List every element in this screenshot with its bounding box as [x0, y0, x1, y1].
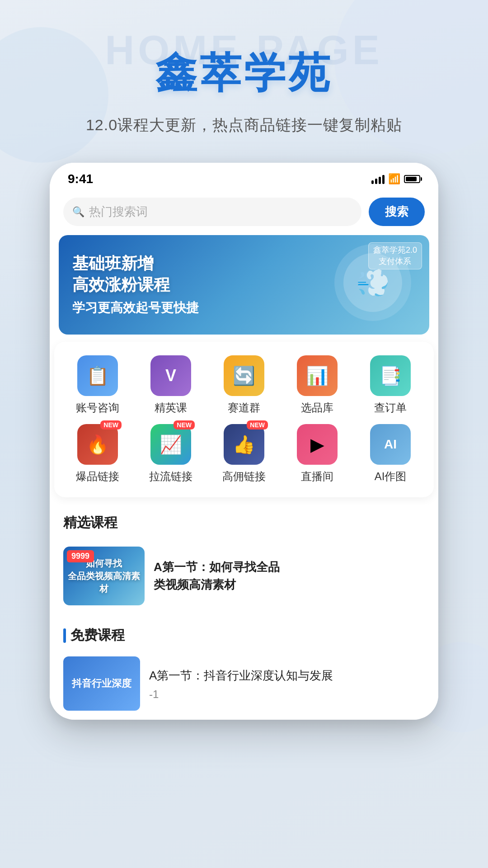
- course-info-0: A第一节：如何寻找全品类视频高清素材: [154, 558, 425, 594]
- phone-mockup-wrapper: 9:41 📶 🔍 热门搜索词 搜: [50, 163, 438, 720]
- search-button[interactable]: 搜索: [369, 198, 425, 226]
- menu-item-order[interactable]: 📑 查订单: [356, 355, 425, 415]
- menu-icon-race: 🔄: [224, 355, 264, 396]
- menu-label-hot: 爆品链接: [76, 469, 119, 484]
- menu-item-account[interactable]: 📋 账号咨询: [63, 355, 132, 415]
- menu-icon-select: 📊: [297, 355, 338, 396]
- free-course-thumb-0: 抖音行业深度: [63, 656, 140, 711]
- free-title-accent: [63, 628, 66, 643]
- menu-icon-high: 👍 NEW: [224, 424, 264, 465]
- menu-item-hot[interactable]: 🔥 NEW 爆品链接: [63, 424, 132, 484]
- banner-subtitle: 学习更高效起号更快捷: [72, 299, 334, 316]
- menu-icon-elite: V: [150, 355, 191, 396]
- menu-icon-live: ▶: [297, 424, 338, 465]
- menu-label-elite: 精英课: [155, 401, 187, 415]
- menu-icon-account: 📋: [77, 355, 118, 396]
- search-placeholder-text: 热门搜索词: [89, 204, 352, 220]
- banner-content: 基础班新增 高效涨粉课程 学习更高效起号更快捷: [72, 253, 334, 316]
- menu-grid: 📋 账号咨询 V 精英课 🔄 赛道群: [63, 355, 425, 484]
- free-thumb-text-0: 抖音行业深度: [68, 673, 135, 694]
- menu-item-live[interactable]: ▶ 直播间: [283, 424, 352, 484]
- banner-title-line1: 基础班新增: [72, 253, 334, 274]
- menu-label-high: 高佣链接: [222, 469, 266, 484]
- hero-subtitle: 12.0课程大更新，热点商品链接一键复制粘贴: [0, 115, 488, 136]
- search-bar-container: 🔍 热门搜索词 搜索: [50, 191, 438, 235]
- new-badge-high: NEW: [247, 420, 268, 429]
- status-bar: 9:41 📶: [50, 163, 438, 191]
- menu-label-ai: AI作图: [375, 469, 407, 484]
- menu-label-live: 直播间: [301, 469, 333, 484]
- menu-card: 📋 账号咨询 V 精英课 🔄 赛道群: [54, 342, 434, 497]
- banner-3d-icon: 💨: [356, 267, 390, 299]
- courses-section-header: 精选课程: [50, 505, 438, 539]
- banner[interactable]: 基础班新增 高效涨粉课程 学习更高效起号更快捷 鑫萃学苑2.0 支付体系 💨: [59, 235, 429, 335]
- free-course-info-0: A第一节：抖音行业深度认知与发展 -1: [149, 667, 425, 701]
- hero-section: HOME PAGE 鑫萃学苑 12.0课程大更新，热点商品链接一键复制粘贴: [0, 0, 488, 136]
- course-title-0: A第一节：如何寻找全品类视频高清素材: [154, 558, 425, 594]
- menu-label-account: 账号咨询: [76, 401, 119, 415]
- status-icons: 📶: [371, 173, 420, 185]
- menu-icon-order: 📑: [370, 355, 411, 396]
- menu-item-elite[interactable]: V 精英课: [136, 355, 205, 415]
- free-section: 免费课程 抖音行业深度 A第一节：抖音行业深度认知与发展 -1: [50, 617, 438, 720]
- free-section-title: 免费课程: [70, 626, 125, 645]
- battery-icon: [404, 175, 420, 183]
- wifi-icon: 📶: [388, 173, 400, 185]
- phone-mockup: 9:41 📶 🔍 热门搜索词 搜: [50, 163, 438, 720]
- banner-graphic: 💨: [334, 244, 416, 326]
- course-badge-0: 9999: [67, 550, 94, 562]
- menu-label-select: 选品库: [301, 401, 333, 415]
- menu-label-order: 查订单: [374, 401, 407, 415]
- search-icon: 🔍: [72, 206, 84, 218]
- signal-icon: [371, 174, 385, 184]
- menu-item-race[interactable]: 🔄 赛道群: [210, 355, 278, 415]
- menu-item-high[interactable]: 👍 NEW 高佣链接: [210, 424, 278, 484]
- free-course-sub-0: -1: [149, 688, 425, 701]
- banner-title-line2: 高效涨粉课程: [72, 274, 334, 296]
- new-badge-pull: NEW: [174, 420, 195, 429]
- menu-item-select[interactable]: 📊 选品库: [283, 355, 352, 415]
- status-time: 9:41: [68, 172, 93, 186]
- free-title-bar: 免费课程: [63, 626, 425, 645]
- new-badge-hot: NEW: [100, 420, 122, 429]
- menu-item-ai[interactable]: AI AI作图: [356, 424, 425, 484]
- menu-label-race: 赛道群: [228, 401, 260, 415]
- course-item-0[interactable]: 9999 如何寻找全品类视频高清素材 A第一节：如何寻找全品类视频高清素材: [50, 539, 438, 613]
- menu-icon-hot: 🔥 NEW: [77, 424, 118, 465]
- free-course-title-0: A第一节：抖音行业深度认知与发展: [149, 667, 425, 684]
- menu-item-pull[interactable]: 📈 NEW 拉流链接: [136, 424, 205, 484]
- course-thumbnail-0: 9999 如何寻找全品类视频高清素材: [63, 547, 145, 605]
- menu-icon-ai: AI: [370, 424, 411, 465]
- search-bar[interactable]: 🔍 热门搜索词: [63, 198, 361, 226]
- app-title: 鑫萃学苑: [0, 45, 488, 101]
- free-course-item-0[interactable]: 抖音行业深度 A第一节：抖音行业深度认知与发展 -1: [63, 652, 425, 715]
- menu-label-pull: 拉流链接: [149, 469, 192, 484]
- menu-icon-pull: 📈 NEW: [150, 424, 191, 465]
- search-wrapper: 🔍 热门搜索词 搜索: [63, 198, 425, 226]
- courses-section-title: 精选课程: [63, 515, 117, 530]
